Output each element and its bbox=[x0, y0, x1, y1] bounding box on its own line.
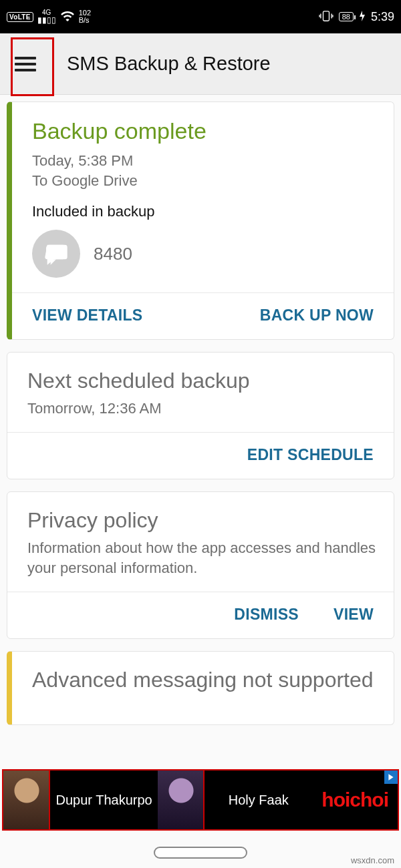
view-details-button[interactable]: VIEW DETAILS bbox=[28, 304, 146, 327]
backup-heading: Backup complete bbox=[32, 118, 376, 144]
battery-indicator: 88 bbox=[339, 12, 354, 21]
home-gesture-pill[interactable] bbox=[154, 847, 247, 859]
schedule-heading: Next scheduled backup bbox=[27, 369, 376, 393]
advanced-messaging-card: Advanced messaging not supported bbox=[7, 651, 394, 725]
ad-brand: hoichoi bbox=[312, 789, 398, 811]
backup-time: Today, 5:38 PM bbox=[32, 151, 376, 171]
backup-status-card: Backup complete Today, 5:38 PM To Google… bbox=[7, 101, 394, 340]
charging-icon bbox=[359, 11, 366, 23]
back-up-now-button[interactable]: BACK UP NOW bbox=[256, 304, 378, 327]
svg-rect-1 bbox=[46, 245, 66, 260]
view-button[interactable]: VIEW bbox=[329, 603, 378, 626]
ad-thumbnail-2 bbox=[158, 771, 205, 829]
ad-banner[interactable]: Dupur Thakurpo Holy Faak hoichoi bbox=[2, 769, 399, 831]
watermark: wsxdn.com bbox=[351, 855, 394, 865]
menu-button[interactable] bbox=[4, 33, 47, 95]
clock: 5:39 bbox=[371, 10, 394, 24]
wifi-icon bbox=[60, 10, 75, 24]
app-title: SMS Backup & Restore bbox=[67, 53, 271, 75]
ad-thumbnail-1 bbox=[3, 771, 50, 829]
advanced-heading: Advanced messaging not supported bbox=[32, 668, 376, 692]
schedule-card: Next scheduled backup Tomorrow, 12:36 AM… bbox=[7, 352, 394, 479]
vibrate-icon bbox=[319, 10, 333, 24]
svg-rect-0 bbox=[323, 11, 329, 20]
ad-info-icon[interactable] bbox=[384, 771, 398, 784]
status-bar: VoLTE 4G ▮▮▯▯ 102 B/s 88 5:39 bbox=[0, 0, 401, 33]
schedule-time: Tomorrow, 12:36 AM bbox=[27, 399, 376, 419]
backup-destination: To Google Drive bbox=[32, 171, 376, 191]
privacy-body: Information about how the app accesses a… bbox=[27, 538, 376, 578]
volte-badge: VoLTE bbox=[7, 12, 33, 22]
network-4g: 4G ▮▮▯▯ bbox=[37, 9, 56, 25]
privacy-card: Privacy policy Information about how the… bbox=[7, 491, 394, 639]
messages-icon bbox=[32, 230, 80, 278]
ad-title-2: Holy Faak bbox=[205, 793, 312, 807]
app-bar: SMS Backup & Restore bbox=[0, 33, 401, 95]
privacy-heading: Privacy policy bbox=[27, 508, 376, 533]
edit-schedule-button[interactable]: EDIT SCHEDULE bbox=[243, 443, 378, 467]
included-label: Included in backup bbox=[32, 203, 376, 220]
messages-count: 8480 bbox=[94, 244, 132, 264]
net-speed: 102 B/s bbox=[79, 9, 91, 24]
ad-title-1: Dupur Thakurpo bbox=[50, 793, 158, 807]
dismiss-button[interactable]: DISMISS bbox=[230, 603, 303, 626]
hamburger-icon bbox=[15, 57, 36, 71]
